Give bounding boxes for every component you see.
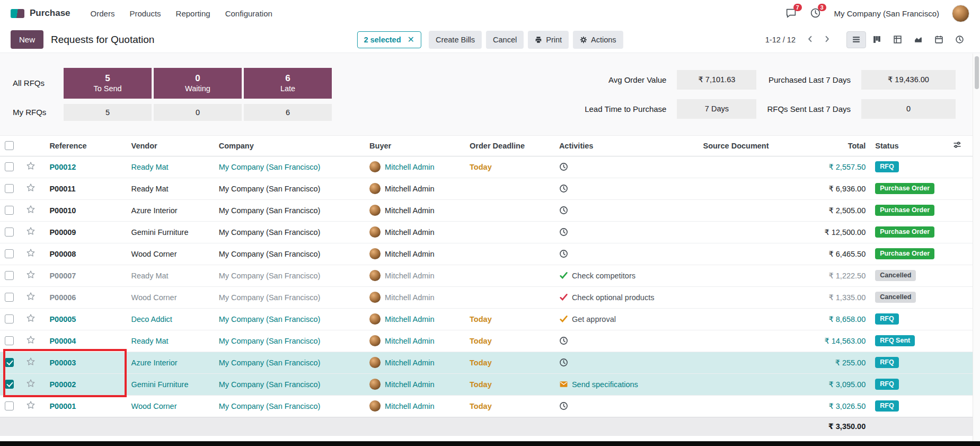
stat-all-waiting[interactable]: 0Waiting bbox=[154, 68, 242, 99]
all-rfqs-label[interactable]: All RFQs bbox=[13, 68, 61, 99]
odoo-logo-icon[interactable] bbox=[11, 9, 24, 18]
table-row[interactable]: P00009Gemini FurnitureMy Company (San Fr… bbox=[0, 221, 973, 243]
row-checkbox[interactable] bbox=[5, 206, 14, 215]
activities-icon[interactable]: 3 bbox=[810, 7, 822, 19]
activity-clock-icon[interactable] bbox=[559, 249, 568, 258]
favorite-star-icon[interactable] bbox=[26, 248, 36, 258]
actions-button[interactable]: Actions bbox=[573, 31, 623, 49]
activity-check-icon[interactable] bbox=[559, 271, 568, 280]
table-row[interactable]: P00011Ready MatMy Company (San Francisco… bbox=[0, 178, 973, 199]
table-row[interactable]: P00012Ready MatMy Company (San Francisco… bbox=[0, 156, 973, 178]
stat-all-to-send[interactable]: 5To Send bbox=[64, 68, 152, 99]
graph-view-icon[interactable] bbox=[908, 31, 928, 48]
kanban-view-icon[interactable] bbox=[867, 31, 887, 48]
column-header-vendor[interactable]: Vendor bbox=[127, 136, 214, 156]
messages-badge: 7 bbox=[793, 4, 802, 11]
scrollbar-track[interactable] bbox=[973, 54, 980, 441]
row-checkbox[interactable] bbox=[5, 293, 14, 302]
favorite-star-icon[interactable] bbox=[26, 205, 36, 214]
company-switcher[interactable]: My Company (San Francisco) bbox=[834, 9, 939, 18]
column-header-company[interactable]: Company bbox=[214, 136, 365, 156]
activity-clock-icon[interactable] bbox=[559, 228, 568, 237]
favorite-star-icon[interactable] bbox=[26, 335, 36, 345]
activity-label[interactable]: Get approval bbox=[572, 315, 616, 323]
favorite-star-icon[interactable] bbox=[26, 357, 36, 366]
app-name[interactable]: Purchase bbox=[30, 8, 70, 19]
row-checkbox[interactable] bbox=[5, 249, 14, 258]
row-checkbox[interactable] bbox=[5, 358, 14, 367]
activity-clock-icon[interactable] bbox=[559, 336, 568, 345]
table-row[interactable]: P00001Wood CornerMy Company (San Francis… bbox=[0, 395, 973, 417]
activity-label[interactable]: Check competitors bbox=[572, 272, 635, 280]
menu-reporting[interactable]: Reporting bbox=[170, 6, 217, 21]
stat-my-to-send[interactable]: 5 bbox=[64, 104, 152, 121]
create-bills-button[interactable]: Create Bills bbox=[429, 31, 482, 49]
activity-check-icon[interactable] bbox=[559, 314, 568, 323]
table-row[interactable]: P00003Azure InteriorMy Company (San Fran… bbox=[0, 352, 973, 373]
activity-clock-icon[interactable] bbox=[559, 206, 568, 215]
column-header-source-document[interactable]: Source Document bbox=[698, 136, 796, 156]
table-row[interactable]: P00005Deco AddictMy Company (San Francis… bbox=[0, 308, 973, 330]
activity-label[interactable]: Check optional products bbox=[572, 293, 655, 302]
vendor-cell: Wood Corner bbox=[127, 243, 214, 265]
print-button[interactable]: Print bbox=[528, 31, 569, 49]
new-button[interactable]: New bbox=[11, 30, 43, 49]
activity-view-icon[interactable] bbox=[950, 31, 969, 48]
row-checkbox[interactable] bbox=[5, 271, 14, 280]
my-rfqs-label[interactable]: My RFQs bbox=[13, 104, 61, 121]
favorite-star-icon[interactable] bbox=[26, 226, 36, 236]
favorite-star-icon[interactable] bbox=[26, 292, 36, 301]
column-header-reference[interactable]: Reference bbox=[45, 136, 126, 156]
control-panel-right: 1-12 / 12 bbox=[765, 31, 969, 48]
table-row[interactable]: P00002Gemini FurnitureMy Company (San Fr… bbox=[0, 373, 973, 395]
column-header-status[interactable]: Status bbox=[870, 136, 948, 156]
menu-orders[interactable]: Orders bbox=[84, 6, 121, 21]
column-header-order-deadline[interactable]: Order Deadline bbox=[465, 136, 554, 156]
user-avatar[interactable] bbox=[952, 5, 969, 22]
row-checkbox[interactable] bbox=[5, 184, 14, 193]
column-header-buyer[interactable]: Buyer bbox=[365, 136, 465, 156]
row-checkbox[interactable] bbox=[5, 228, 14, 237]
stat-my-waiting[interactable]: 0 bbox=[154, 104, 242, 121]
table-row[interactable]: P00004Ready MatMy Company (San Francisco… bbox=[0, 330, 973, 352]
table-row[interactable]: P00010Azure InteriorMy Company (San Fran… bbox=[0, 199, 973, 221]
favorite-star-icon[interactable] bbox=[26, 313, 36, 323]
activity-clock-icon[interactable] bbox=[559, 184, 568, 193]
column-header-activities[interactable]: Activities bbox=[554, 136, 699, 156]
row-checkbox[interactable] bbox=[5, 314, 14, 323]
optional-columns-icon[interactable] bbox=[948, 136, 973, 156]
table-row[interactable]: P00008Wood CornerMy Company (San Francis… bbox=[0, 243, 973, 265]
activity-label[interactable]: Send specifications bbox=[572, 380, 638, 389]
calendar-view-icon[interactable] bbox=[929, 31, 949, 48]
favorite-star-icon[interactable] bbox=[26, 161, 36, 171]
activity-clock-icon[interactable] bbox=[559, 358, 568, 367]
row-checkbox[interactable] bbox=[5, 380, 14, 389]
activity-clock-icon[interactable] bbox=[559, 401, 568, 410]
favorite-star-icon[interactable] bbox=[26, 183, 36, 193]
favorite-star-icon[interactable] bbox=[26, 379, 36, 388]
pager-next-button[interactable] bbox=[820, 32, 834, 47]
activity-envelope-icon[interactable] bbox=[559, 380, 568, 389]
row-checkbox[interactable] bbox=[5, 401, 14, 410]
favorite-star-icon[interactable] bbox=[26, 400, 36, 410]
scrollbar-thumb[interactable] bbox=[975, 56, 979, 89]
list-view-icon[interactable] bbox=[846, 31, 866, 48]
menu-configuration[interactable]: Configuration bbox=[219, 6, 279, 21]
close-icon[interactable]: ✕ bbox=[408, 37, 414, 43]
table-row[interactable]: P00006Wood CornerMy Company (San Francis… bbox=[0, 286, 973, 308]
activity-check-icon[interactable] bbox=[559, 293, 568, 302]
table-row[interactable]: P00007Ready MatMy Company (San Francisco… bbox=[0, 265, 973, 286]
stat-my-late[interactable]: 6 bbox=[244, 104, 332, 121]
messages-icon[interactable]: 7 bbox=[785, 7, 797, 19]
select-all-checkbox[interactable] bbox=[5, 141, 14, 150]
row-checkbox[interactable] bbox=[5, 336, 14, 345]
stat-all-late[interactable]: 6Late bbox=[244, 68, 332, 99]
pager-previous-button[interactable] bbox=[803, 32, 817, 47]
column-header-total[interactable]: Total bbox=[796, 136, 870, 156]
pivot-view-icon[interactable] bbox=[888, 31, 907, 48]
favorite-star-icon[interactable] bbox=[26, 270, 36, 279]
row-checkbox[interactable] bbox=[5, 162, 14, 171]
cancel-button[interactable]: Cancel bbox=[486, 31, 524, 49]
menu-products[interactable]: Products bbox=[123, 6, 167, 21]
activity-clock-icon[interactable] bbox=[559, 162, 568, 171]
